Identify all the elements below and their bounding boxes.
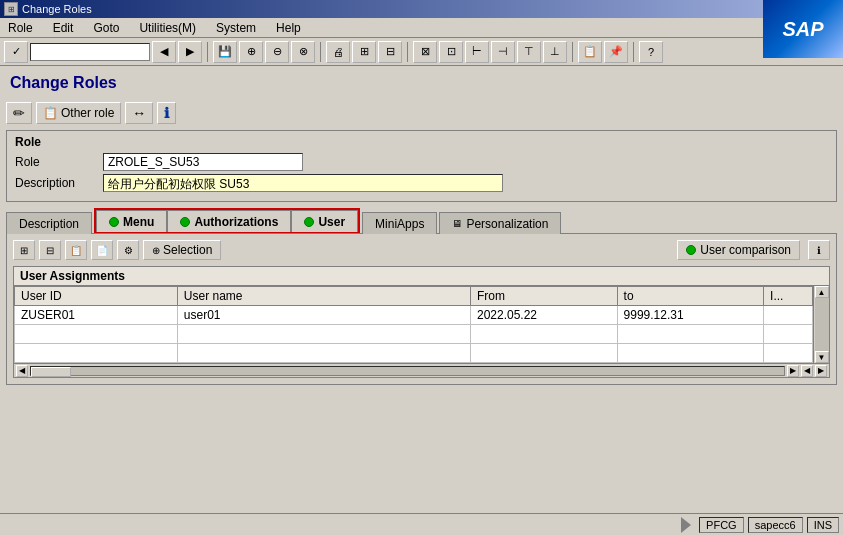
highlighted-tabs: Menu Authorizations User (94, 208, 360, 233)
btn6[interactable]: ⊟ (378, 41, 402, 63)
col-i: I... (764, 287, 813, 306)
menu-goto[interactable]: Goto (89, 19, 123, 37)
tab-description[interactable]: Description (6, 212, 92, 234)
scroll-down-btn[interactable]: ▼ (815, 351, 829, 363)
edit-icon-btn[interactable]: ✏ (6, 102, 32, 124)
inner-toolbar: ⊞ ⊟ 📋 📄 ⚙ ⊕ Selection User comparison ℹ (13, 240, 830, 260)
separator3 (407, 42, 408, 62)
btn5[interactable]: ⊞ (352, 41, 376, 63)
empty-cell2 (15, 344, 178, 363)
role-value[interactable]: ZROLE_S_SU53 (103, 153, 303, 171)
print-btn[interactable]: 🖨 (326, 41, 350, 63)
btn10[interactable]: ⊣ (491, 41, 515, 63)
personalization-icon: 🖥 (452, 218, 462, 229)
btn14[interactable]: 📌 (604, 41, 628, 63)
inner-btn5[interactable]: ⚙ (117, 240, 139, 260)
inner-btn2[interactable]: ⊟ (39, 240, 61, 260)
cell-from: 2022.05.22 (470, 306, 617, 325)
menu-utilities[interactable]: Utilities(M) (135, 19, 200, 37)
sap-logo: SAP (763, 0, 843, 58)
scroll-track-v (815, 298, 829, 351)
tab-miniapps[interactable]: MiniApps (362, 212, 437, 234)
tab-user[interactable]: User (291, 210, 358, 232)
title-bar: ⊞ Change Roles ─ □ ✕ (0, 0, 843, 18)
table-wrapper: User ID User name From to I... ZUSER01 u… (14, 286, 829, 363)
tab-authorizations-label: Authorizations (194, 215, 278, 229)
inner-btn4[interactable]: 📄 (91, 240, 113, 260)
menu-help[interactable]: Help (272, 19, 305, 37)
info-icon-btn[interactable]: ℹ (157, 102, 176, 124)
tab-miniapps-label: MiniApps (375, 217, 424, 231)
cell-to: 9999.12.31 (617, 306, 764, 325)
compare-dot (686, 245, 696, 255)
back-button[interactable]: ✓ (4, 41, 28, 63)
desc-field-row: Description 给用户分配初始权限 SU53 (15, 174, 828, 192)
h-scroll-thumb[interactable] (31, 367, 71, 377)
btn3[interactable]: ⊖ (265, 41, 289, 63)
command-input[interactable] (30, 43, 150, 61)
cell-user-id: ZUSER01 (15, 306, 178, 325)
btn11[interactable]: ⊤ (517, 41, 541, 63)
inner-btn1[interactable]: ⊞ (13, 240, 35, 260)
h-scrollbar: ◀ ▶ ◀ ▶ (14, 363, 829, 377)
table-header-row: User ID User name From to I... (15, 287, 813, 306)
move-icon-btn[interactable]: ↔ (125, 102, 153, 124)
menu-role[interactable]: Role (4, 19, 37, 37)
menu-system[interactable]: System (212, 19, 260, 37)
v-scrollbar[interactable]: ▲ ▼ (813, 286, 829, 363)
scroll-right-btn[interactable]: ▶ (787, 365, 799, 377)
scroll-right-end-btn[interactable]: ◀ (801, 365, 813, 377)
role-label: Role (15, 155, 95, 169)
btn7[interactable]: ⊠ (413, 41, 437, 63)
auth-dot (180, 217, 190, 227)
tab-authorizations[interactable]: Authorizations (167, 210, 291, 232)
action-bar: ✏ 📋 Other role ↔ ℹ (6, 102, 837, 124)
save-btn[interactable]: 💾 (213, 41, 237, 63)
cell-user-name: user01 (177, 306, 470, 325)
tab-personalization-label: Personalization (466, 217, 548, 231)
col-user-id: User ID (15, 287, 178, 306)
tab-description-label: Description (19, 217, 79, 231)
scroll-left-btn[interactable]: ◀ (16, 365, 28, 377)
selection-label: Selection (163, 243, 212, 257)
user-assignments-section: User Assignments User ID User name From … (13, 266, 830, 378)
selection-icon: ⊕ (152, 245, 160, 256)
btn12[interactable]: ⊥ (543, 41, 567, 63)
tab-menu[interactable]: Menu (96, 210, 167, 232)
app-icon: ⊞ (4, 2, 18, 16)
other-role-button[interactable]: 📋 Other role (36, 102, 121, 124)
btn13[interactable]: 📋 (578, 41, 602, 63)
inner-btn3[interactable]: 📋 (65, 240, 87, 260)
selection-button[interactable]: ⊕ Selection (143, 240, 221, 260)
info-icon: ℹ (164, 105, 169, 121)
menu-dot (109, 217, 119, 227)
nav-back[interactable]: ◀ (152, 41, 176, 63)
toolbar: ✓ ◀ ▶ 💾 ⊕ ⊖ ⊗ 🖨 ⊞ ⊟ ⊠ ⊡ ⊢ ⊣ ⊤ ⊥ 📋 📌 ? (0, 38, 843, 66)
title-text: Change Roles (22, 3, 92, 15)
role-field-row: Role ZROLE_S_SU53 (15, 153, 828, 171)
nav-forward[interactable]: ▶ (178, 41, 202, 63)
menu-bar: Role Edit Goto Utilities(M) System Help (0, 18, 843, 38)
col-user-name: User name (177, 287, 470, 306)
scroll-right-end-btn2[interactable]: ▶ (815, 365, 827, 377)
tab-menu-label: Menu (123, 215, 154, 229)
table-row-empty2 (15, 344, 813, 363)
tabs-container: Description Menu Authorizations User Min… (6, 208, 837, 233)
tab-personalization[interactable]: 🖥 Personalization (439, 212, 561, 234)
user-comparison-button[interactable]: User comparison (677, 240, 800, 260)
help-btn[interactable]: ? (639, 41, 663, 63)
btn8[interactable]: ⊡ (439, 41, 463, 63)
status-triangle (681, 517, 691, 533)
menu-edit[interactable]: Edit (49, 19, 78, 37)
pencil-icon: ✏ (13, 105, 25, 121)
copy-icon: 📋 (43, 106, 58, 120)
tab-user-label: User (318, 215, 345, 229)
info-inner-btn[interactable]: ℹ (808, 240, 830, 260)
scroll-up-btn[interactable]: ▲ (815, 286, 829, 298)
btn2[interactable]: ⊕ (239, 41, 263, 63)
desc-value[interactable]: 给用户分配初始权限 SU53 (103, 174, 503, 192)
btn4[interactable]: ⊗ (291, 41, 315, 63)
col-to: to (617, 287, 764, 306)
assignments-title: User Assignments (14, 267, 829, 286)
btn9[interactable]: ⊢ (465, 41, 489, 63)
